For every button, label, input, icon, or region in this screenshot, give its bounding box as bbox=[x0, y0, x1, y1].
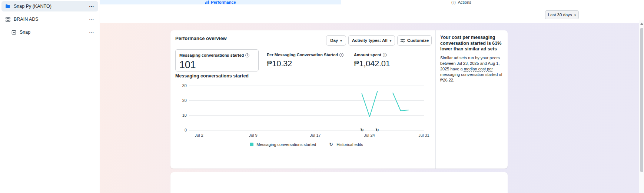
chart-line-segment bbox=[393, 93, 408, 111]
grid-icon bbox=[5, 17, 10, 22]
y-axis-tick: 10 bbox=[176, 113, 187, 118]
metric-value: 101 bbox=[179, 59, 255, 71]
frame-icon bbox=[11, 30, 16, 35]
ad-account-name: BRAIN ADS bbox=[14, 17, 39, 22]
more-options-icon[interactable] bbox=[89, 30, 94, 34]
metric-label: Amount spent bbox=[354, 53, 424, 57]
historical-edits-icon bbox=[329, 142, 333, 147]
metric-card-cost-per-conversation[interactable]: Per Messaging Conversation Started ₱10.3… bbox=[263, 49, 349, 71]
sidebar-item-ad-set[interactable]: Snap bbox=[1, 27, 98, 37]
y-axis-tick: 20 bbox=[176, 98, 187, 103]
sidebar-item-campaign[interactable]: Snap Py (KANTO) bbox=[1, 1, 98, 11]
info-icon[interactable] bbox=[245, 53, 249, 57]
sidebar-item-ad-account[interactable]: BRAIN ADS bbox=[1, 14, 98, 24]
x-axis-tick: Jul 31 bbox=[413, 133, 435, 137]
customize-label: Customize bbox=[407, 38, 429, 43]
x-axis-tick: Jul 17 bbox=[304, 133, 326, 137]
chart-title: Messaging conversations started bbox=[175, 73, 249, 79]
x-axis-tick: Jul 24 bbox=[358, 133, 381, 137]
historical-edit-marker-icon[interactable] bbox=[360, 128, 364, 132]
time-breakdown-dropdown[interactable]: Day bbox=[326, 35, 346, 46]
insight-panel: Your cost per messaging conversation sta… bbox=[435, 30, 508, 169]
activity-types-dropdown[interactable]: Activity types: All bbox=[348, 35, 395, 46]
folder-icon bbox=[5, 4, 10, 9]
metric-value: ₱1,042.01 bbox=[354, 59, 424, 69]
x-axis-tick: Jul 2 bbox=[188, 133, 210, 137]
bar-chart-icon bbox=[205, 0, 209, 4]
metric-label: Per Messaging Conversation Started bbox=[267, 53, 345, 57]
y-axis-tick: 0 bbox=[176, 127, 187, 133]
metric-value: ₱10.32 bbox=[267, 59, 345, 69]
tab-actions[interactable]: Actions bbox=[451, 0, 471, 4]
info-icon[interactable] bbox=[339, 53, 343, 57]
vertical-scrollbar[interactable] bbox=[639, 20, 644, 193]
legend-label-historical-edits: Historical edits bbox=[336, 142, 363, 147]
chevron-down-icon bbox=[340, 38, 342, 43]
x-axis-tick: Jul 9 bbox=[242, 133, 264, 137]
metric-label: Messaging conversations started bbox=[179, 53, 255, 57]
tab-actions-label: Actions bbox=[458, 0, 471, 4]
more-options-icon[interactable] bbox=[89, 4, 94, 8]
section-title: Performance overview bbox=[175, 36, 227, 41]
date-range-button[interactable]: Last 30 days bbox=[545, 10, 579, 19]
scrollbar-thumb[interactable] bbox=[640, 28, 643, 172]
chevron-down-icon bbox=[390, 38, 392, 43]
tab-performance-label: Performance bbox=[211, 0, 236, 4]
main-content: Performance overview Day Activity types:… bbox=[100, 23, 639, 193]
time-breakdown-label: Day bbox=[330, 38, 338, 43]
next-section-card bbox=[170, 172, 508, 193]
campaign-name: Snap Py (KANTO) bbox=[14, 4, 52, 9]
ad-set-name: Snap bbox=[20, 30, 30, 35]
activity-types-label: Activity types: All bbox=[352, 38, 388, 43]
customize-button[interactable]: Customize bbox=[397, 35, 432, 46]
legend-label-series: Messaging conversations started bbox=[256, 142, 316, 147]
date-range-label: Last 30 days bbox=[548, 13, 572, 17]
historical-edit-marker-icon[interactable] bbox=[375, 128, 379, 132]
toolbar: Last 30 days bbox=[100, 4, 644, 23]
y-axis-tick: 30 bbox=[176, 83, 187, 88]
scroll-up-arrow-icon[interactable] bbox=[640, 23, 643, 25]
metric-card-amount-spent[interactable]: Amount spent ₱1,042.01 bbox=[350, 49, 428, 71]
info-icon[interactable] bbox=[383, 53, 387, 57]
chart-legend: Messaging conversations started Historic… bbox=[189, 142, 424, 147]
actions-icon bbox=[451, 0, 456, 4]
line-chart-plot bbox=[189, 82, 424, 131]
sliders-icon bbox=[400, 38, 405, 43]
insight-body: Similar ad sets run by your peers betwee… bbox=[440, 55, 502, 83]
tab-performance[interactable]: Performance bbox=[100, 0, 341, 4]
insight-heading: Your cost per messaging conversation sta… bbox=[440, 35, 502, 52]
legend-swatch bbox=[250, 143, 253, 146]
performance-overview-card: Performance overview Day Activity types:… bbox=[170, 30, 508, 169]
tab-bar: Performance Actions bbox=[100, 0, 644, 4]
metric-card-messaging-conversations[interactable]: Messaging conversations started 101 bbox=[175, 49, 259, 71]
chevron-down-icon bbox=[574, 13, 576, 17]
more-options-icon[interactable] bbox=[89, 17, 94, 21]
chart-line-segment bbox=[362, 91, 378, 117]
campaign-sidebar: Snap Py (KANTO) BRAIN ADS Snap bbox=[0, 0, 100, 193]
